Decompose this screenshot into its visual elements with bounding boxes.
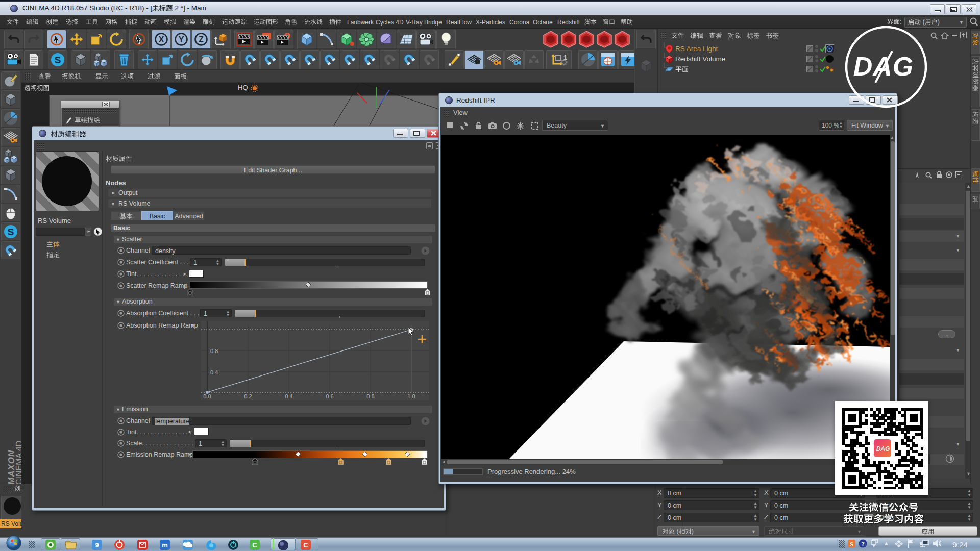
svg-text:?: ? xyxy=(861,541,865,547)
svg-text:Z: Z xyxy=(199,35,204,44)
svg-text:S: S xyxy=(850,541,853,548)
svg-text:9: 9 xyxy=(95,542,99,549)
svg-text:0.4: 0.4 xyxy=(210,369,218,375)
svg-text:S: S xyxy=(55,55,61,65)
svg-text:0.6: 0.6 xyxy=(326,393,333,399)
svg-text:0.8: 0.8 xyxy=(366,393,374,399)
svg-text:0.8: 0.8 xyxy=(210,348,218,354)
svg-text:m: m xyxy=(162,541,168,549)
svg-text:0.0: 0.0 xyxy=(203,393,211,399)
svg-text:C: C xyxy=(252,541,257,549)
svg-text:1.0: 1.0 xyxy=(407,393,415,399)
svg-text:Y: Y xyxy=(179,35,184,44)
svg-text:X: X xyxy=(159,35,164,44)
svg-text:0.2: 0.2 xyxy=(244,393,252,399)
svg-text:0.4: 0.4 xyxy=(285,393,292,399)
svg-text:C: C xyxy=(303,541,308,549)
svg-text:S: S xyxy=(8,227,14,237)
